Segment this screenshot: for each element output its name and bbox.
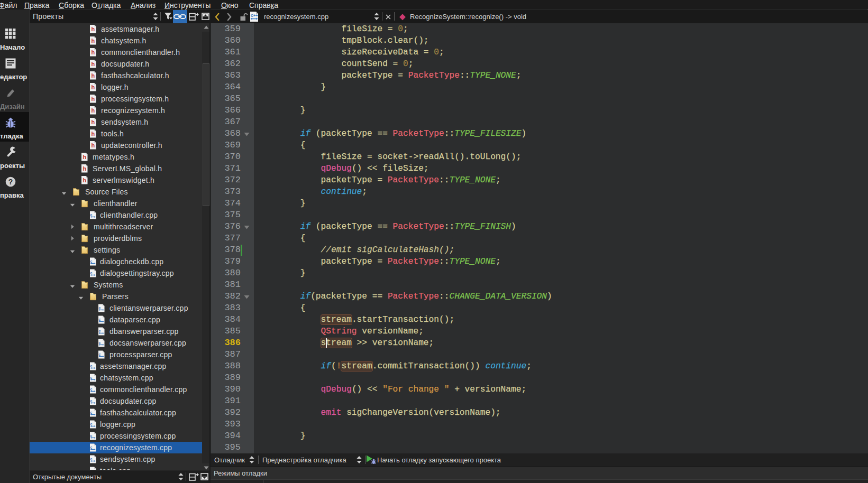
- svg-text:c: c: [90, 387, 93, 391]
- svg-text:h: h: [91, 119, 95, 125]
- svg-text:c: c: [90, 213, 93, 217]
- svg-text:?: ?: [8, 178, 13, 186]
- svg-text:h: h: [91, 131, 95, 137]
- svg-text:c: c: [90, 271, 93, 275]
- svg-text:h: h: [91, 26, 95, 32]
- svg-text:c: c: [90, 457, 93, 461]
- svg-text:h: h: [91, 96, 95, 102]
- svg-text:h: h: [91, 107, 95, 114]
- svg-text:h: h: [91, 49, 95, 55]
- svg-text:c: c: [90, 364, 93, 368]
- svg-text:c: c: [90, 422, 93, 426]
- svg-text:c: c: [90, 259, 93, 263]
- svg-text:h: h: [83, 165, 86, 172]
- svg-text:c: c: [99, 306, 101, 310]
- svg-text:c: c: [90, 411, 93, 414]
- svg-text:c: c: [99, 329, 101, 333]
- svg-text:h: h: [91, 61, 95, 67]
- svg-text:c: c: [99, 318, 101, 321]
- svg-text:h: h: [83, 177, 86, 183]
- svg-text:c: c: [90, 445, 93, 449]
- svg-text:c: c: [90, 376, 93, 379]
- svg-text:C++: C++: [251, 14, 258, 17]
- svg-text:h: h: [91, 84, 95, 90]
- svg-text:c: c: [90, 434, 93, 438]
- svg-text:h: h: [91, 38, 95, 44]
- svg-text:h: h: [83, 154, 86, 160]
- svg-text:c: c: [99, 341, 101, 345]
- svg-text:c: c: [90, 399, 93, 403]
- svg-text:h: h: [91, 142, 95, 148]
- svg-text:h: h: [91, 72, 95, 79]
- svg-text:c: c: [99, 352, 101, 356]
